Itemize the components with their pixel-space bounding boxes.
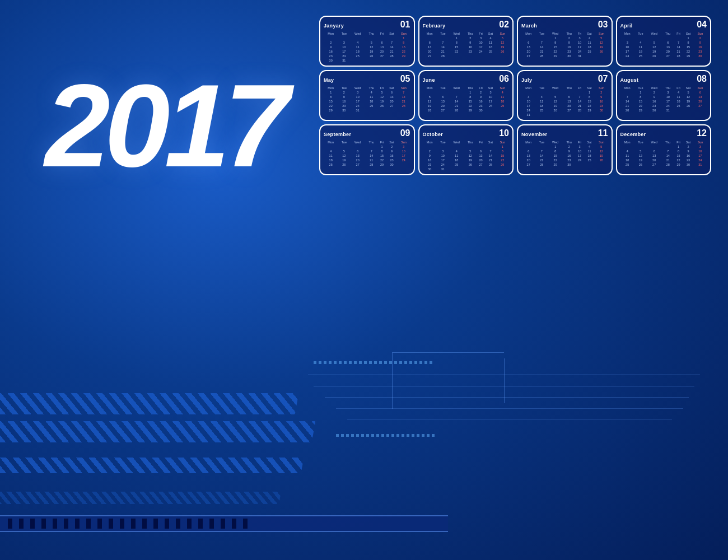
calendar-day: 1: [324, 90, 338, 95]
calendar-day: 0: [620, 36, 634, 40]
day-header-Wed: Wed: [548, 86, 563, 90]
calendar-day: 21: [674, 49, 683, 54]
day-header-Sun: Sun: [496, 31, 509, 36]
calendar-day: 0: [485, 108, 496, 113]
calendar-day: 24: [575, 49, 584, 54]
calendar-day: 5: [595, 144, 608, 149]
month-name-12: December: [620, 132, 646, 137]
calendar-day: 13: [423, 45, 437, 49]
calendar-day: 29: [397, 54, 410, 58]
calendar-day: 21: [437, 49, 449, 54]
calendar-day: 17: [338, 49, 350, 54]
day-header-Thu: Thu: [661, 140, 674, 144]
calendar-day: 0: [365, 144, 377, 149]
calendar-day: 6: [661, 40, 674, 45]
calendar-day: 7: [674, 40, 683, 45]
calendar-day: 10: [620, 45, 634, 49]
calendar-day: 11: [365, 95, 377, 99]
calendar-day: 23: [595, 104, 608, 108]
calendar-day: 8: [548, 40, 563, 45]
calendar-day: 7: [535, 40, 548, 45]
calendar-day: 2: [386, 144, 398, 149]
calendar-day: 15: [377, 153, 386, 158]
calendar-day: 7: [535, 149, 548, 153]
calendar-day: 3: [575, 144, 584, 149]
calendar-day: 31: [437, 167, 449, 171]
calendar-day: 29: [584, 108, 595, 113]
calendar-day: 2: [324, 40, 338, 45]
calendar-day: 0: [350, 58, 365, 63]
calendar-day: 0: [350, 36, 365, 40]
calendar-day: 30: [694, 54, 707, 58]
calendar-day: 28: [535, 54, 548, 58]
calendar-day: 10: [485, 95, 496, 99]
day-header-Mon: Mon: [620, 31, 634, 36]
calendar-day: 13: [647, 153, 662, 158]
calendar-day: 0: [477, 144, 485, 149]
calendar-day: 19: [496, 45, 509, 49]
day-header-Tue: Tue: [338, 31, 350, 36]
day-header-Mon: Mon: [324, 31, 338, 36]
calendar-day: 26: [647, 54, 662, 58]
day-header-Thu: Thu: [464, 86, 476, 90]
calendar-day: 0: [386, 36, 398, 40]
calendar-day: 12: [647, 45, 662, 49]
calendar-day: 1: [584, 90, 595, 95]
calendar-day: 8: [449, 40, 464, 45]
calendar-day: 11: [350, 45, 365, 49]
calendar-day: 27: [423, 54, 437, 58]
day-header-Wed: Wed: [548, 31, 563, 36]
calendar-day: 0: [365, 36, 377, 40]
calendar-day: 23: [464, 49, 476, 54]
day-header-Fri: Fri: [377, 140, 386, 144]
calendar-day: 3: [620, 40, 634, 45]
calendar-day: 11: [449, 153, 464, 158]
calendar-day: 16: [464, 45, 476, 49]
arrow-band-3: [0, 458, 304, 473]
calendar-day: 4: [584, 36, 595, 40]
calendar-day: 20: [437, 104, 449, 108]
calendar-day: 9: [386, 149, 398, 153]
calendar-day: 29: [548, 54, 563, 58]
calendar-day: 0: [350, 144, 365, 149]
calendar-day: 20: [521, 158, 535, 162]
calendar-day: 26: [683, 104, 694, 108]
calendar-day: 0: [496, 108, 509, 113]
day-header-Tue: Tue: [437, 31, 449, 36]
calendar-day: 21: [535, 49, 548, 54]
calendar-day: 15: [674, 153, 683, 158]
dot-row-2: [336, 434, 435, 437]
calendar-day: 0: [386, 58, 398, 63]
calendar-day: 27: [661, 54, 674, 58]
calendar-day: 24: [620, 54, 634, 58]
month-name-6: June: [423, 77, 435, 83]
calendar-day: 16: [563, 45, 575, 49]
day-header-Sun: Sun: [694, 86, 707, 90]
calendar-day: 5: [464, 149, 476, 153]
day-header-Thu: Thu: [563, 86, 575, 90]
calendar-day: 8: [548, 149, 563, 153]
calendar-day: 16: [694, 45, 707, 49]
calendar-day: 3: [350, 90, 365, 95]
day-header-Sun: Sun: [496, 86, 509, 90]
day-header-Sat: Sat: [584, 31, 595, 36]
calendar-day: 10: [350, 95, 365, 99]
calendar-day: 23: [563, 49, 575, 54]
calendar-day: 11: [674, 95, 683, 99]
day-header-Tue: Tue: [437, 86, 449, 90]
calendar-day: 31: [575, 54, 584, 58]
month-num-1: 01: [400, 20, 410, 30]
calendar-day: 20: [647, 158, 662, 162]
filmstrip-dots: [6, 519, 250, 529]
day-header-Thu: Thu: [661, 31, 674, 36]
calendar-day: 16: [324, 49, 338, 54]
calendar-day: 15: [634, 99, 647, 104]
calendar-day: 0: [584, 162, 595, 167]
day-header-Tue: Tue: [535, 140, 548, 144]
calendar-day: 16: [595, 99, 608, 104]
calendar-day: 18: [449, 158, 464, 162]
calendar-day: 2: [423, 149, 437, 153]
calendar-day: 13: [350, 153, 365, 158]
day-header-Wed: Wed: [548, 140, 563, 144]
day-header-Sat: Sat: [485, 31, 496, 36]
